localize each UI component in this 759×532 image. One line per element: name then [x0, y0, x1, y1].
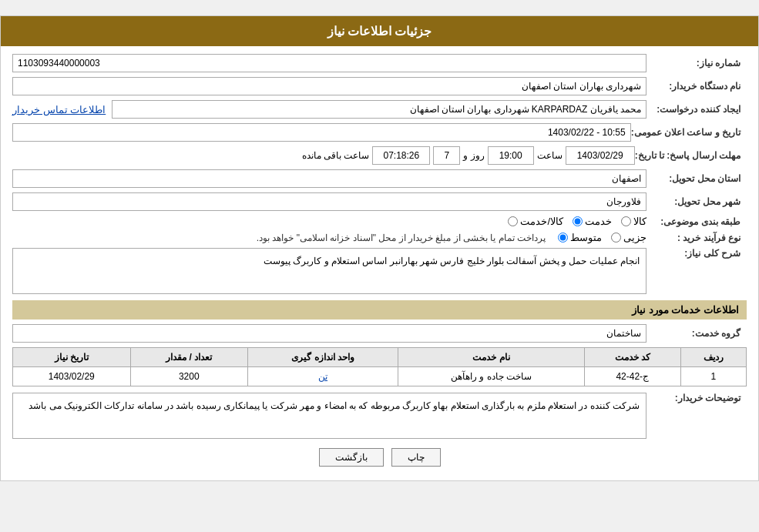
delivery-city-input[interactable]	[12, 192, 646, 211]
announce-date-row: تاریخ و ساعت اعلان عمومی:	[12, 123, 747, 142]
col-date: تاریخ نیاز	[13, 348, 131, 367]
purchase-motavaset: متوسط	[558, 232, 602, 243]
purchase-type-row: نوع فرآیند خرید : متوسط جزیی پرداخت تمام…	[12, 232, 747, 243]
print-button[interactable]: چاپ	[391, 448, 441, 467]
delivery-city-row: شهر محل تحویل:	[12, 192, 747, 211]
description-label: شرح کلی نیاز:	[646, 248, 747, 259]
buyer-org-label: نام دستگاه خریدار:	[646, 81, 747, 92]
requester-input[interactable]	[112, 100, 646, 119]
col-service-code: کد خدمت	[584, 348, 680, 367]
cell-service-code: ج-42-42	[584, 367, 680, 386]
response-time-input[interactable]	[488, 146, 534, 165]
response-date-input[interactable]	[566, 146, 635, 165]
need-number-row: شماره نیاز:	[12, 54, 747, 72]
cell-date: 1403/02/29	[13, 367, 131, 386]
buyer-notes-label: توضیحات خریدار:	[646, 393, 747, 403]
buyer-notes-box: شرکت کننده در استعلام ملزم به بارگذاری ا…	[12, 393, 646, 439]
delivery-city-label: شهر محل تحویل:	[646, 196, 747, 207]
purchase-type-note: پرداخت تمام یا بخشی از مبلغ خریدار از مح…	[257, 233, 546, 243]
category-kala-khedmat-label: کالا/خدمت	[520, 216, 563, 227]
col-row-num: ردیف	[680, 348, 746, 367]
page-wrapper: جزئیات اطلاعات نیاز شماره نیاز: نام دستگ…	[0, 15, 759, 481]
requester-contact-link[interactable]: اطلاعات تماس خریدار	[12, 104, 106, 115]
announce-date-label: تاریخ و ساعت اعلان عمومی:	[631, 127, 747, 138]
need-number-input[interactable]	[12, 54, 646, 72]
col-unit: واحد اندازه گیری	[247, 348, 398, 367]
category-kala-khedmat-radio[interactable]	[508, 216, 518, 226]
purchase-jozii: جزیی	[611, 232, 646, 243]
description-row: شرح کلی نیاز: انجام عملیات حمل و پخش آسف…	[12, 248, 747, 294]
table-row: 1 ج-42-42 ساخت جاده و راهآهن تن 3200 140…	[13, 367, 747, 386]
requester-row: ایجاد کننده درخواست: اطلاعات تماس خریدار	[12, 100, 747, 119]
cell-quantity: 3200	[130, 367, 247, 386]
description-box: انجام عملیات حمل و پخش آسفالت بلوار خلیج…	[12, 248, 646, 294]
description-value: انجام عملیات حمل و پخش آسفالت بلوار خلیج…	[264, 256, 640, 266]
back-button[interactable]: بازگشت	[319, 448, 384, 467]
category-kala: کالا	[621, 216, 646, 227]
need-number-cell	[12, 54, 646, 72]
category-khedmat: خدمت	[573, 216, 612, 227]
response-day-label: روز و	[463, 150, 484, 161]
purchase-type-options: متوسط جزیی	[558, 232, 646, 243]
announce-date-input[interactable]	[12, 123, 631, 142]
delivery-province-cell	[12, 169, 646, 188]
purchase-motavaset-radio[interactable]	[558, 233, 568, 243]
service-group-input[interactable]	[12, 324, 646, 343]
purchase-type-label: نوع فرآیند خرید :	[646, 233, 747, 243]
service-group-row: گروه خدمت:	[12, 324, 747, 343]
purchase-jozii-radio[interactable]	[611, 233, 621, 243]
response-deadline-cell: ساعت روز و ساعت باقی مانده	[12, 146, 635, 165]
category-options: کالا/خدمت خدمت کالا	[12, 216, 646, 227]
category-khedmat-label: خدمت	[585, 216, 612, 227]
delivery-province-label: استان محل تحویل:	[646, 173, 747, 184]
response-deadline-label: مهلت ارسال پاسخ: تا تاریخ:	[635, 150, 747, 161]
purchase-jozii-label: جزیی	[623, 232, 646, 243]
col-quantity: تعداد / مقدار	[130, 348, 247, 367]
response-remaining-label: ساعت باقی مانده	[302, 150, 370, 161]
service-group-cell	[12, 324, 646, 343]
purchase-motavaset-label: متوسط	[570, 232, 602, 243]
cell-unit: تن	[247, 367, 398, 386]
requester-cell: اطلاعات تماس خریدار	[12, 100, 646, 119]
response-deadline-row: مهلت ارسال پاسخ: تا تاریخ: ساعت روز و سا…	[12, 146, 747, 165]
buyer-org-input[interactable]	[12, 77, 646, 95]
buyer-org-row: نام دستگاه خریدار:	[12, 77, 747, 95]
button-row: بازگشت چاپ	[12, 448, 747, 467]
category-row: طبقه بندی موضوعی: کالا/خدمت خدمت کالا	[12, 216, 747, 227]
page-title: جزئیات اطلاعات نیاز	[327, 25, 432, 38]
purchase-type-cell: متوسط جزیی پرداخت تمام یا بخشی از مبلغ خ…	[12, 232, 646, 243]
cell-row-num: 1	[680, 367, 746, 386]
category-khedmat-radio[interactable]	[573, 216, 583, 226]
services-section-title: اطلاعات خدمات مورد نیاز	[12, 300, 747, 320]
page-header: جزئیات اطلاعات نیاز	[1, 16, 758, 46]
response-days-input[interactable]	[433, 146, 460, 165]
table-header-row: ردیف کد خدمت نام خدمت واحد اندازه گیری ت…	[13, 348, 747, 367]
buyer-notes-row: توضیحات خریدار: شرکت کننده در استعلام مل…	[12, 393, 747, 439]
category-kala-khedmat: کالا/خدمت	[508, 216, 563, 227]
announce-date-cell	[12, 123, 631, 142]
content: شماره نیاز: نام دستگاه خریدار: ایجاد کنن…	[1, 46, 758, 480]
delivery-city-cell	[12, 192, 646, 211]
requester-label: ایجاد کننده درخواست:	[646, 104, 747, 115]
category-label: طبقه بندی موضوعی:	[646, 216, 747, 227]
delivery-province-input[interactable]	[12, 169, 646, 188]
category-kala-label: کالا	[633, 216, 646, 227]
buyer-notes-value: شرکت کننده در استعلام ملزم به بارگذاری ا…	[29, 400, 640, 411]
services-table: ردیف کد خدمت نام خدمت واحد اندازه گیری ت…	[12, 347, 747, 386]
delivery-province-row: استان محل تحویل:	[12, 169, 747, 188]
response-time-label: ساعت	[537, 150, 563, 161]
buyer-org-cell	[12, 77, 646, 95]
col-service-name: نام خدمت	[398, 348, 584, 367]
need-number-label: شماره نیاز:	[646, 58, 747, 69]
category-kala-radio[interactable]	[621, 216, 631, 226]
response-remaining-input[interactable]	[372, 146, 430, 165]
service-group-label: گروه خدمت:	[646, 328, 747, 339]
cell-service-name: ساخت جاده و راهآهن	[398, 367, 584, 386]
